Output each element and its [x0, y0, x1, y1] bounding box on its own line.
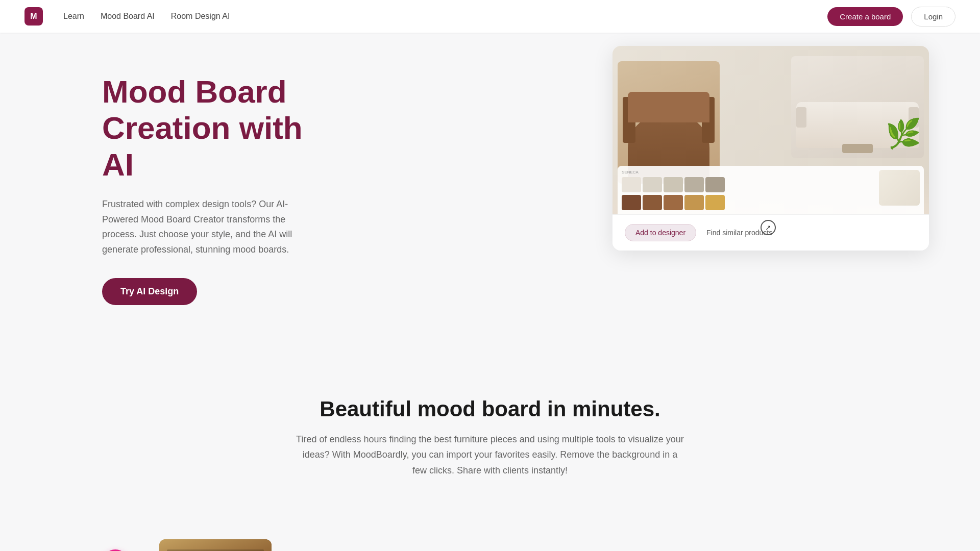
chair-area: [618, 61, 720, 184]
sofa-area: 🌿: [791, 56, 924, 158]
swatch-10: [705, 195, 725, 210]
swatch-5: [705, 177, 725, 192]
bottom-preview-section: ✦ dark & beige maroccan style moodboard: [0, 539, 980, 551]
nav-actions: Create a board Login: [827, 7, 955, 27]
moodboard-style-text: dark & beige maroccan style moodboard: [302, 539, 557, 551]
create-board-button[interactable]: Create a board: [827, 7, 903, 26]
try-ai-design-button[interactable]: Try AI Design: [102, 278, 197, 305]
nav-room-design-link[interactable]: Room Design AI: [171, 12, 230, 21]
nav-links: Learn Mood Board AI Room Design AI: [63, 12, 827, 21]
swatch-9: [684, 195, 704, 210]
nav-moodboard-ai-link[interactable]: Mood Board AI: [101, 12, 155, 21]
hero-content: Mood Board Creation with AI Frustrated w…: [0, 33, 316, 346]
nav-logo[interactable]: M: [24, 7, 43, 26]
login-button[interactable]: Login: [911, 7, 955, 27]
swatch-4: [684, 177, 704, 192]
swatch-2: [643, 177, 662, 192]
nav-learn-link[interactable]: Learn: [63, 12, 84, 21]
swatch-1: [622, 177, 641, 192]
hero-description: Frustrated with complex design tools? Ou…: [102, 197, 316, 258]
features-section: Beautiful mood board in minutes. Tired o…: [0, 346, 980, 540]
logo-icon: M: [24, 7, 43, 26]
swatch-8: [664, 195, 683, 210]
hero-section: Mood Board Creation with AI Frustrated w…: [0, 0, 980, 346]
navbar: M Learn Mood Board AI Room Design AI Cre…: [0, 0, 980, 33]
features-description: Tired of endless hours finding the best …: [296, 432, 684, 479]
swatch-3: [664, 177, 683, 192]
cursor-icon: ↗: [761, 220, 776, 235]
furniture-preview-image: [159, 539, 272, 551]
swatch-7: [643, 195, 662, 210]
add-to-designer-button[interactable]: Add to designer: [625, 224, 696, 241]
color-swatches: SENECA: [618, 166, 924, 214]
mood-board-preview-panel: 🌿 SENECA: [612, 46, 929, 251]
swatch-6: [622, 195, 641, 210]
features-title: Beautiful mood board in minutes.: [102, 397, 878, 421]
mood-board-actions: Add to designer Find similar products ↗: [612, 214, 929, 251]
hero-title: Mood Board Creation with AI: [102, 73, 316, 183]
